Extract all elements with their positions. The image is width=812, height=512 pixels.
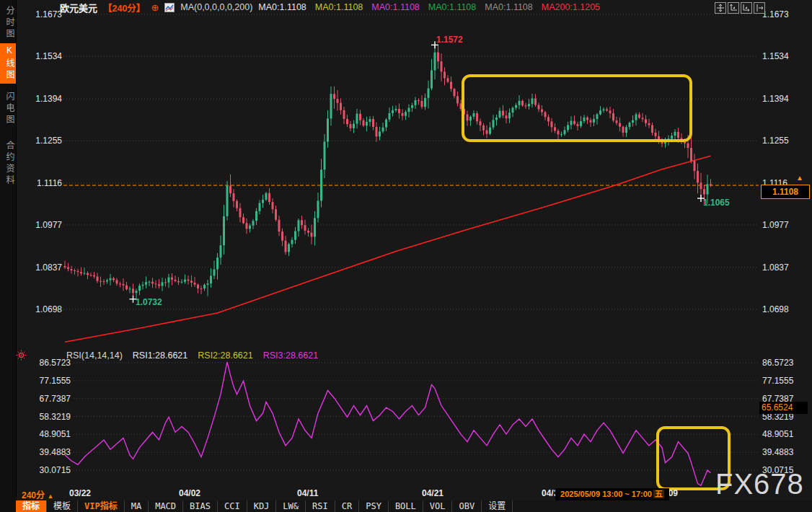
symbol-title: 欧元美元 xyxy=(60,1,97,14)
price-axis-label-right: 1.1394 xyxy=(762,94,789,104)
rsi-values: RSI1:28.6621RSI2:28.6621RSI3:28.6621 xyxy=(133,350,318,361)
rsi-axis-label-right: 48.9051 xyxy=(762,429,793,439)
crosshair-datetime-tooltip: 2025/05/09 13:00 ~ 17:00五 xyxy=(555,488,669,500)
pan-right-icon[interactable] xyxy=(754,2,765,14)
toolbar-item-template[interactable]: 模板 xyxy=(47,500,78,512)
toolbar-item-ma[interactable]: MA xyxy=(125,500,149,512)
rsi-value: RSI3:28.6621 xyxy=(263,350,318,361)
add-indicator-icon[interactable]: ⊕ xyxy=(151,3,159,12)
scale-right-axis-icon[interactable] xyxy=(741,2,752,14)
rsi-axis-label-left: 77.1555 xyxy=(19,376,71,386)
chart-app: 分时图 K线图 闪电图 合约资料 欧元美元 【240分】 ⊕ MA(0,0,0,… xyxy=(0,0,812,512)
move-crosshair-icon[interactable] xyxy=(715,2,726,14)
sidebar-tab-time-chart[interactable]: 分时图 xyxy=(0,4,16,43)
ma-value: MA0:1.1108 xyxy=(428,2,476,12)
price-axis-label-right: 1.1673 xyxy=(762,9,789,19)
sidebar: 分时图 K线图 闪电图 合约资料 xyxy=(0,0,17,512)
price-axis-label-left: 1.1255 xyxy=(19,136,62,146)
price-axis-label-left: 1.0837 xyxy=(19,262,62,273)
price-axis-label-right: 1.1534 xyxy=(762,51,789,61)
ma-value: MA0:1.1108 xyxy=(485,2,532,12)
rsi-value: RSI2:28.6621 xyxy=(198,350,252,361)
toolbar-item-indicators[interactable]: 指标 xyxy=(16,500,47,512)
ma-value: MA0:1.1108 xyxy=(258,2,306,12)
recent-low-annotation: 1.1065 xyxy=(703,198,730,208)
rsi-axis-label-right: 39.4883 xyxy=(762,447,793,457)
ma-value: MA0:1.1108 xyxy=(371,2,419,12)
toolbar-item-boll[interactable]: BOLL xyxy=(389,500,423,512)
x-axis-label: 04/02 xyxy=(179,488,200,498)
price-up-arrow-icon: ▲ xyxy=(796,174,803,182)
rsi-title: RSI(14,14,14) xyxy=(66,350,123,361)
weekday-badge: 五 xyxy=(653,490,664,498)
toolbar-item-macd[interactable]: MACD xyxy=(149,500,183,512)
toolbar-item-settings[interactable]: 设置 xyxy=(482,500,513,512)
rsi-level-tag: 65.6524 xyxy=(759,402,808,414)
price-axis-label-left: 1.1116 xyxy=(19,178,62,188)
price-axis-label-right: 1.0698 xyxy=(762,304,789,314)
price-axis-label-left: 1.1394 xyxy=(19,94,62,104)
bottom-toolbar: 指标模板VIP指标MAMACDBIASCCIKDJLW&RSICRPSYBOLL… xyxy=(16,500,812,512)
x-axis-label: 04/11 xyxy=(297,488,318,498)
price-axis-label-right: 1.1255 xyxy=(762,136,789,146)
window-icon-group xyxy=(715,2,765,14)
price-axis-label-right: 1.0837 xyxy=(762,262,789,273)
rsi-axis-label-left: 48.9051 xyxy=(19,429,71,439)
scale-left-axis-icon[interactable] xyxy=(728,2,739,14)
x-axis-label: 04/21 xyxy=(422,488,443,498)
toolbar-item-psy[interactable]: PSY xyxy=(359,500,389,512)
sidebar-tab-contract-info[interactable]: 合约资料 xyxy=(0,138,16,189)
toolbar-item-rsi[interactable]: RSI xyxy=(306,500,335,512)
rsi-axis-label-left: 30.0715 xyxy=(19,465,71,475)
rsi-header: RSI(14,14,14) RSI1:28.6621RSI2:28.6621RS… xyxy=(66,350,318,361)
price-axis-label-right: 1.0977 xyxy=(762,220,789,230)
ma-formula: MA(0,0,0,0,0,200) xyxy=(180,2,252,12)
chart-type-icon[interactable] xyxy=(164,3,175,12)
low-annotation: 1.0732 xyxy=(136,297,162,307)
high-annotation: 1.1572 xyxy=(436,35,463,45)
timeframe-label[interactable]: 240分 ▲ xyxy=(22,488,53,500)
rsi-axis-label-left: 58.3219 xyxy=(19,412,71,422)
rsi-axis-label-left: 67.7387 xyxy=(19,394,71,404)
toolbar-item-vip-indicators[interactable]: VIP指标 xyxy=(78,500,125,512)
x-axis-label: 03/22 xyxy=(69,488,91,498)
ma-value: MA0:1.1108 xyxy=(315,2,363,12)
indicator-alert-icon[interactable] xyxy=(16,350,27,361)
rsi-axis-label-left: 39.4883 xyxy=(19,447,71,457)
price-axis-label-left: 1.1673 xyxy=(19,9,62,19)
ma-value: MA200:1.1205 xyxy=(542,2,600,12)
chart-header: 欧元美元 【240分】 ⊕ MA(0,0,0,0,0,200) MA0:1.11… xyxy=(60,1,600,13)
rsi-value: RSI1:28.6621 xyxy=(133,350,187,361)
candlestick-chart-canvas[interactable] xyxy=(0,0,812,512)
toolbar-item-lw[interactable]: LW& xyxy=(276,500,306,512)
sidebar-tab-lightning-chart[interactable]: 闪电图 xyxy=(0,89,16,128)
price-axis-label-left: 1.1534 xyxy=(19,51,62,61)
timeframe-arrow-icon: ▲ xyxy=(47,493,53,500)
ma-values: MA0:1.1108MA0:1.1108MA0:1.1108MA0:1.1108… xyxy=(258,2,600,12)
price-axis-label-left: 1.0698 xyxy=(19,304,62,314)
watermark: FX678 xyxy=(715,469,804,499)
sidebar-tab-kline-chart[interactable]: K线图 xyxy=(0,43,16,84)
toolbar-item-cr[interactable]: CR xyxy=(335,500,359,512)
period-label[interactable]: 【240分】 xyxy=(103,1,145,14)
price-axis-label-left: 1.0977 xyxy=(19,220,62,230)
rsi-axis-label-right: 86.5723 xyxy=(762,358,793,368)
toolbar-item-cci[interactable]: CCI xyxy=(218,500,247,512)
toolbar-item-bias[interactable]: BIAS xyxy=(183,500,218,512)
toolbar-item-kdj[interactable]: KDJ xyxy=(247,500,277,512)
toolbar-item-obv[interactable]: OBV xyxy=(452,500,482,512)
rsi-axis-label-right: 77.1555 xyxy=(762,376,793,386)
toolbar-item-vol[interactable]: VOL xyxy=(423,500,453,512)
current-price-tag: 1.1108 xyxy=(761,185,810,199)
